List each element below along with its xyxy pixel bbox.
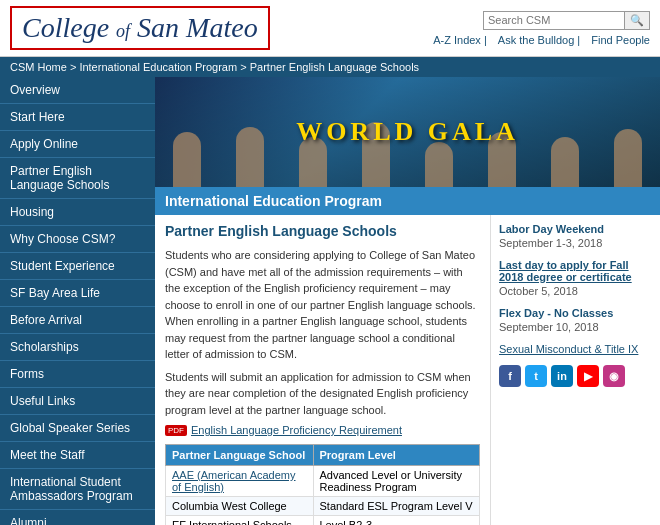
sidebar-item-useful-links[interactable]: Useful Links	[0, 388, 155, 415]
partner-schools-table: Partner Language School Program Level AA…	[165, 444, 480, 525]
announcement-2: Last day to apply for Fall 2018 degree o…	[499, 259, 652, 297]
separator1: |	[484, 34, 490, 46]
header-right: 🔍 A-Z Index | Ask the Bulldog | Find Peo…	[425, 11, 650, 46]
twitter-icon[interactable]: t	[525, 365, 547, 387]
top-links: A-Z Index | Ask the Bulldog | Find Peopl…	[425, 34, 650, 46]
program-header-title: International Education Program	[165, 193, 382, 209]
main-layout: Overview Start Here Apply Online Partner…	[0, 77, 660, 525]
site-header: College of San Mateo 🔍 A-Z Index | Ask t…	[0, 0, 660, 57]
announcement-1: Labor Day Weekend September 1-3, 2018	[499, 223, 652, 249]
sidebar-item-meet-staff[interactable]: Meet the Staff	[0, 442, 155, 469]
table-row: Columbia West CollegeStandard ESL Progra…	[166, 497, 480, 516]
breadcrumb-home[interactable]: CSM Home	[10, 61, 67, 73]
announcement-4: Sexual Misconduct & Title IX	[499, 343, 652, 355]
intro-paragraph-2: Students will submit an application for …	[165, 369, 480, 419]
ask-bulldog-link[interactable]: Ask the Bulldog	[498, 34, 574, 46]
level-cell: Level B2-3	[313, 516, 480, 526]
breadcrumb-bar: CSM Home > International Education Progr…	[0, 57, 660, 77]
sidebar-item-apply-online[interactable]: Apply Online	[0, 131, 155, 158]
breadcrumb-current: Partner English Language Schools	[250, 61, 419, 73]
az-index-link[interactable]: A-Z Index	[433, 34, 481, 46]
proficiency-link-container: PDF English Language Proficiency Require…	[165, 424, 480, 436]
table-header-level: Program Level	[313, 445, 480, 466]
separator2: |	[577, 34, 583, 46]
hero-image: WORLD GALA	[155, 77, 660, 187]
sidebar-item-ambassadors[interactable]: International Student Ambassadors Progra…	[0, 469, 155, 510]
nav-sep2: >	[240, 61, 249, 73]
logo-of: of	[116, 21, 130, 41]
sidebar-item-start-here[interactable]: Start Here	[0, 104, 155, 131]
table-row: EF International SchoolsLevel B2-3	[166, 516, 480, 526]
person-5	[425, 142, 453, 187]
logo-box: College of San Mateo	[10, 6, 270, 50]
sidebar-item-forms[interactable]: Forms	[0, 361, 155, 388]
breadcrumb-intl[interactable]: International Education Program	[79, 61, 237, 73]
person-7	[551, 137, 579, 187]
level-cell: Standard ESL Program Level V	[313, 497, 480, 516]
ann-2-link[interactable]: Last day to apply for Fall 2018 degree o…	[499, 259, 652, 283]
sidebar-item-housing[interactable]: Housing	[0, 199, 155, 226]
content-area: WORLD GALA International Education Progr…	[155, 77, 660, 525]
nav-sep1: >	[70, 61, 79, 73]
school-cell: Columbia West College	[166, 497, 314, 516]
ann-2-date: October 5, 2018	[499, 285, 652, 297]
table-header-school: Partner Language School	[166, 445, 314, 466]
search-input[interactable]	[484, 12, 624, 28]
content-main: Partner English Language Schools Student…	[155, 215, 490, 525]
instagram-icon[interactable]: ◉	[603, 365, 625, 387]
ann-1-date: September 1-3, 2018	[499, 237, 652, 249]
youtube-icon[interactable]: ▶	[577, 365, 599, 387]
facebook-icon[interactable]: f	[499, 365, 521, 387]
sidebar-item-sf-bay[interactable]: SF Bay Area Life	[0, 280, 155, 307]
ann-3-date: September 10, 2018	[499, 321, 652, 333]
person-1	[173, 132, 201, 187]
site-logo: College of San Mateo	[22, 12, 258, 44]
sidebar-item-before-arrival[interactable]: Before Arrival	[0, 307, 155, 334]
find-people-link[interactable]: Find People	[591, 34, 650, 46]
pdf-icon: PDF	[165, 425, 187, 436]
ann-4-link[interactable]: Sexual Misconduct & Title IX	[499, 343, 652, 355]
sidebar-item-scholarships[interactable]: Scholarships	[0, 334, 155, 361]
school-link[interactable]: AAE (American Academy of English)	[172, 469, 296, 493]
ann-1-title: Labor Day Weekend	[499, 223, 652, 235]
table-row: AAE (American Academy of English)Advance…	[166, 466, 480, 497]
intro-paragraph-1: Students who are considering applying to…	[165, 247, 480, 363]
ann-3-title: Flex Day - No Classes	[499, 307, 652, 319]
announcement-3: Flex Day - No Classes September 10, 2018	[499, 307, 652, 333]
sidebar-item-overview[interactable]: Overview	[0, 77, 155, 104]
sidebar-item-student-exp[interactable]: Student Experience	[0, 253, 155, 280]
linkedin-icon[interactable]: in	[551, 365, 573, 387]
school-cell: AAE (American Academy of English)	[166, 466, 314, 497]
person-2	[236, 127, 264, 187]
content-inner: Partner English Language Schools Student…	[155, 215, 660, 525]
section-heading: Partner English Language Schools	[165, 223, 480, 239]
right-sidebar: Labor Day Weekend September 1-3, 2018 La…	[490, 215, 660, 525]
person-8	[614, 129, 642, 187]
sidebar-item-alumni[interactable]: Alumni	[0, 510, 155, 525]
sidebar-item-partner-schools[interactable]: Partner English Language Schools	[0, 158, 155, 199]
hero-text: WORLD GALA	[296, 117, 519, 147]
sidebar-item-why-csm[interactable]: Why Choose CSM?	[0, 226, 155, 253]
level-cell: Advanced Level or University Readiness P…	[313, 466, 480, 497]
proficiency-requirement-link[interactable]: English Language Proficiency Requirement	[191, 424, 402, 436]
search-box: 🔍	[483, 11, 650, 30]
program-header-bar: International Education Program	[155, 187, 660, 215]
social-icons-row: f t in ▶ ◉	[499, 365, 652, 387]
sidebar: Overview Start Here Apply Online Partner…	[0, 77, 155, 525]
search-button[interactable]: 🔍	[624, 12, 649, 29]
school-cell: EF International Schools	[166, 516, 314, 526]
sidebar-item-global-speaker[interactable]: Global Speaker Series	[0, 415, 155, 442]
